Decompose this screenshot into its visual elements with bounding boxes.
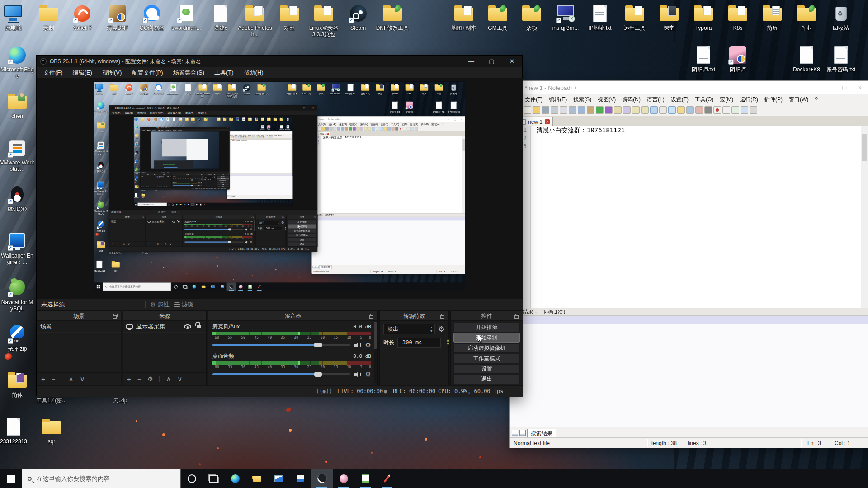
desktop-icon-光环.zip[interactable]: ZIP光环.zip	[94, 221, 108, 232]
move-scene-down-button[interactable]: ∨	[148, 186, 149, 187]
obs-menu-帮助(H)[interactable]: 帮助(H)	[196, 111, 208, 115]
desktop-icon-录制[interactable]: 录制	[107, 83, 122, 95]
duration-input[interactable]: 300 ms ▲▼	[397, 338, 441, 348]
desktop-icon-Xshell 7[interactable]: Xshell 7	[146, 117, 152, 122]
desktop-icon-简体[interactable]: 简体	[134, 185, 140, 190]
control-button-工作室模式[interactable]: 工作室模式	[453, 354, 520, 363]
sources-dock-header[interactable]: 来源	[146, 215, 182, 219]
desktop-icon-swordman...[interactable]: swordman...	[166, 83, 181, 95]
filters-button[interactable]: 滤镜	[174, 300, 193, 309]
function-list-icon[interactable]	[258, 136, 259, 138]
desktop-icon-阴阳师.txt[interactable]: 阴阳师.txt	[387, 101, 402, 113]
copy-icon[interactable]	[341, 127, 344, 131]
obs-menu-视图(V)[interactable]: 视图(V)	[135, 111, 148, 115]
taskbar-icon-notepad-plus[interactable]	[198, 203, 203, 206]
desktop-icon-chen[interactable]: chen	[94, 121, 108, 133]
desktop-icon-ins-qji3rn...[interactable]: ✕ins-qji3rn...	[328, 83, 343, 95]
tab-close-icon[interactable]: ✕	[545, 119, 550, 124]
desktop-icon-腾讯QQ[interactable]: 腾讯QQ	[0, 185, 34, 212]
notepad-menu-插件(P)[interactable]: 插件(P)	[761, 96, 786, 103]
desktop-icon-阴阳师.txt[interactable]: 阴阳师.txt	[686, 45, 721, 73]
mixer-scrollbar[interactable]	[254, 220, 255, 246]
channel-gear-icon[interactable]: ⚙	[365, 342, 371, 348]
desktop-icon-光环.zip[interactable]: ZIP光环.zip	[0, 324, 34, 352]
channel-gear-icon[interactable]: ⚙	[201, 185, 202, 186]
zoom-in-icon[interactable]	[632, 106, 640, 114]
desktop-icon-回收站[interactable]: ♻回收站	[285, 117, 291, 122]
scenes-dock-header[interactable]: 场景	[37, 311, 121, 321]
desktop-icon-233122313[interactable]: 233122313	[134, 193, 139, 198]
function-list-icon[interactable]	[383, 127, 387, 131]
move-source-up-button[interactable]: ∧	[164, 186, 165, 187]
show-all-chars-icon[interactable]	[255, 136, 256, 138]
sources-dock-header[interactable]: 来源	[123, 311, 206, 321]
notepad-editor[interactable]: 123 清晨小白交流群：1076181121	[510, 126, 868, 308]
lock-icon[interactable]	[197, 325, 201, 328]
word-wrap-icon[interactable]	[650, 106, 658, 114]
search-results-hit-line[interactable]	[510, 316, 868, 324]
notepad-editor[interactable]: 123 清晨小白交流群：1076181121	[312, 136, 465, 213]
taskbar-icon-task-view[interactable]	[171, 203, 175, 206]
new-icon[interactable]	[318, 127, 321, 131]
desktop-icon-chen[interactable]: chen	[134, 134, 140, 139]
sources-list[interactable]: 显示器采集	[156, 176, 171, 185]
duration-spinner-icon[interactable]: ▲▼	[447, 338, 449, 346]
taskbar-icon-paint-brush[interactable]	[203, 203, 207, 206]
desktop-icon-Microsoft Edge[interactable]: Microsoft Edge	[0, 45, 34, 79]
panel-icon[interactable]	[313, 266, 316, 268]
obs-menu-视图(V)[interactable]: 视图(V)	[97, 69, 127, 77]
desktop-icon-回收站[interactable]: ♻回收站	[446, 83, 461, 95]
editor-text-area[interactable]: 清晨小白交流群：1076181121	[536, 126, 860, 308]
desktop-icon-Linux登录器 3.3.3总包[interactable]: Linux登录器 3.3.3总包	[190, 117, 196, 124]
desktop-icon-Docker+K8[interactable]: Docker+K8	[789, 45, 824, 73]
indent-guide-icon[interactable]	[256, 136, 257, 138]
scenes-list[interactable]: 场景	[37, 321, 121, 372]
tab-close-icon[interactable]: ✕	[233, 139, 234, 140]
desktop-icon-Wallpaper Engine：...[interactable]: Wallpaper Engine：...	[0, 231, 34, 265]
search-input[interactable]	[140, 204, 163, 205]
taskbar-icon-cortana[interactable]	[167, 203, 171, 206]
paste-icon[interactable]	[587, 106, 594, 114]
notepad-editor[interactable]: 123 清晨小白交流群：1076181121	[227, 140, 292, 174]
start-button[interactable]	[94, 282, 103, 291]
desktop-icon-QQ浏览器[interactable]: QQ浏览器	[135, 4, 169, 31]
copy-icon[interactable]	[578, 106, 585, 114]
taskbar-icon-task-view[interactable]	[180, 282, 190, 291]
taskbar-icon-cortana[interactable]	[181, 469, 203, 488]
close-icon[interactable]: ✕	[308, 106, 317, 111]
mixer-scrollbar[interactable]	[374, 322, 377, 383]
panel-icon[interactable]	[316, 266, 319, 268]
notepad-menu-设置(T)[interactable]: 设置(T)	[379, 123, 390, 126]
panel-icon[interactable]	[519, 430, 526, 436]
search-results-tab[interactable]: 搜索结果	[319, 265, 331, 269]
taskbar-icon-qq-avatar[interactable]	[333, 469, 354, 488]
desktop-icon-课堂[interactable]: 课堂	[253, 117, 259, 122]
paste-icon[interactable]	[345, 127, 348, 131]
popout-icon[interactable]	[228, 174, 229, 175]
notepad-menu-编辑(E)[interactable]: 编辑(E)	[327, 123, 338, 126]
notepad-menu-运行(R)[interactable]: 运行(R)	[409, 123, 420, 126]
desktop-icon-简体[interactable]: 简体	[94, 240, 108, 252]
channel-gear-icon[interactable]: ⚙	[365, 371, 371, 378]
desktop-icon-233122313[interactable]: 233122313	[0, 417, 31, 445]
macro-play-icon[interactable]	[268, 136, 269, 138]
zoom-out-icon[interactable]	[641, 106, 649, 114]
desktop-icon-Adobe Photosh...[interactable]: Adobe Photosh...	[195, 83, 210, 98]
remove-scene-button[interactable]: −	[52, 375, 56, 383]
minimize-icon[interactable]: —	[291, 106, 300, 111]
add-scene-button[interactable]: +	[111, 242, 113, 245]
redo-icon[interactable]	[245, 136, 246, 138]
move-source-up-button[interactable]: ∧	[165, 242, 167, 246]
taskbar-icon-file-explorer[interactable]	[199, 282, 208, 291]
function-list-icon[interactable]	[677, 106, 685, 114]
maximize-icon[interactable]: ▢	[837, 84, 852, 91]
zoom-in-icon[interactable]	[364, 127, 367, 131]
desktop-icon-DNF修改工具[interactable]: DNF修改工具	[203, 117, 209, 122]
transitions-dock-header[interactable]: 转场特效	[256, 215, 286, 219]
select-spinner-icon[interactable]: ▲▼	[212, 177, 213, 178]
doc-map-icon[interactable]	[259, 136, 261, 138]
desktop-icon-地图+副本[interactable]: 地图+副本	[447, 4, 481, 31]
macro-save-icon[interactable]	[271, 136, 272, 138]
show-all-chars-icon[interactable]	[376, 127, 379, 131]
remove-source-button[interactable]: −	[159, 186, 160, 187]
